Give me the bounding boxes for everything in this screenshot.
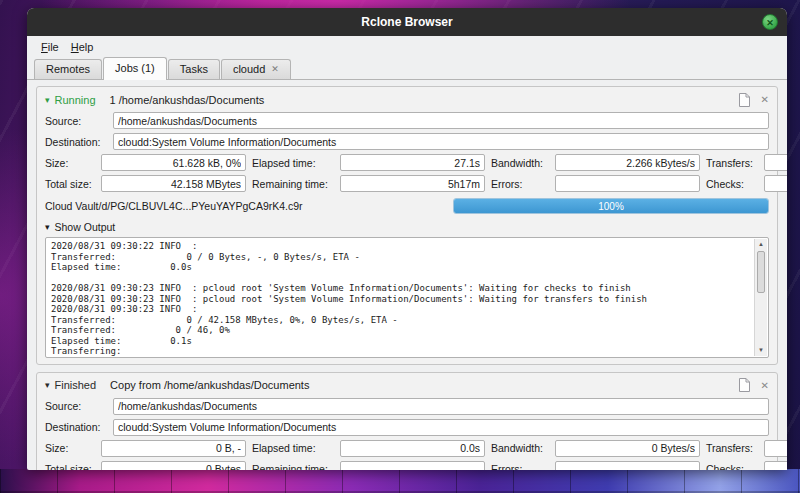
destination-label: Destination:	[45, 136, 107, 148]
size-label: Size:	[45, 442, 95, 454]
size-field[interactable]	[101, 154, 246, 171]
checks-field[interactable]	[764, 461, 787, 471]
log-text: 2020/08/31 09:30:22 INFO : Transferred: …	[46, 238, 768, 357]
remaining-label: Remaining time:	[252, 178, 334, 190]
errors-label: Errors:	[491, 178, 549, 190]
output-log: 2020/08/31 09:30:22 INFO : Transferred: …	[45, 237, 769, 358]
close-job-icon[interactable]: ✕	[761, 94, 769, 105]
scroll-up-icon[interactable]: ▲	[755, 239, 767, 250]
job-finished-title: Copy from /home/ankushdas/Documents	[110, 379, 309, 391]
checks-field[interactable]	[764, 175, 787, 192]
total-size-label: Total size:	[45, 178, 95, 190]
scrollbar-thumb[interactable]	[757, 251, 765, 293]
elapsed-label: Elapsed time:	[252, 442, 334, 454]
collapse-arrow-icon[interactable]: ▾	[45, 222, 50, 232]
tab-tasks-label: Tasks	[180, 63, 208, 75]
show-output-toggle[interactable]: ▾ Show Output	[45, 219, 769, 234]
close-tab-icon[interactable]: ✕	[271, 64, 279, 74]
job-running-header: ▾ Running 1 /home/ankushdas/Documents ✕	[45, 91, 769, 108]
transfers-field[interactable]	[764, 440, 787, 457]
collapse-arrow-icon[interactable]: ▾	[45, 380, 50, 390]
tab-cloudd[interactable]: cloudd ✕	[221, 59, 291, 79]
bandwidth-label: Bandwidth:	[491, 442, 549, 454]
tab-remotes[interactable]: Remotes	[34, 59, 102, 79]
checks-label: Checks:	[706, 463, 758, 470]
file-progress-row: Cloud Vault/d/PG/CLBUVL4C...PYeuYAYPgCA9…	[45, 197, 769, 214]
tab-jobs[interactable]: Jobs (1)	[103, 57, 167, 80]
bandwidth-field[interactable]	[555, 154, 700, 171]
size-label: Size:	[45, 157, 95, 169]
menu-help[interactable]: Help	[65, 39, 100, 55]
job-finished-group: ▾ Finished Copy from /home/ankushdas/Doc…	[36, 372, 778, 471]
progress-file-label: Cloud Vault/d/PG/CLBUVL4C...PYeuYAYPgCA9…	[45, 200, 445, 212]
show-output-label: Show Output	[55, 221, 116, 233]
bandwidth-field[interactable]	[555, 440, 700, 457]
menubar: File Help	[27, 36, 787, 57]
transfers-label: Transfers:	[706, 157, 758, 169]
checks-label: Checks:	[706, 178, 758, 190]
job-state-finished[interactable]: Finished	[55, 379, 97, 391]
jobs-panel: ▾ Running 1 /home/ankushdas/Documents ✕ …	[27, 80, 787, 470]
errors-field[interactable]	[555, 461, 700, 471]
total-size-field[interactable]	[101, 175, 246, 192]
window-title: Rclone Browser	[361, 15, 452, 29]
remaining-label: Remaining time:	[252, 463, 334, 470]
job-finished-header: ▾ Finished Copy from /home/ankushdas/Doc…	[45, 377, 769, 394]
destination-label: Destination:	[45, 421, 107, 433]
destination-field[interactable]	[113, 133, 769, 150]
job-state-running[interactable]: Running	[55, 94, 96, 106]
menu-file[interactable]: File	[35, 39, 65, 55]
job-running-group: ▾ Running 1 /home/ankushdas/Documents ✕ …	[36, 86, 778, 365]
remaining-field[interactable]	[340, 461, 485, 471]
log-scrollbar[interactable]: ▲ ▼	[754, 239, 767, 356]
scroll-down-icon[interactable]: ▼	[755, 345, 767, 356]
errors-label: Errors:	[491, 463, 549, 470]
size-field[interactable]	[101, 440, 246, 457]
tab-tasks[interactable]: Tasks	[168, 59, 220, 79]
page-icon[interactable]	[738, 93, 751, 107]
collapse-arrow-icon[interactable]: ▾	[45, 95, 50, 105]
source-field[interactable]	[113, 112, 769, 129]
tabbar: Remotes Jobs (1) Tasks cloudd ✕	[27, 57, 787, 80]
elapsed-label: Elapsed time:	[252, 157, 334, 169]
close-job-icon[interactable]: ✕	[761, 380, 769, 391]
total-size-label: Total size:	[45, 463, 95, 470]
tab-cloudd-label: cloudd	[233, 63, 265, 75]
errors-field[interactable]	[555, 175, 700, 192]
progress-fill: 100%	[454, 199, 768, 213]
rclone-browser-window: Rclone Browser ✕ File Help Remotes Jobs …	[27, 8, 787, 470]
source-field[interactable]	[113, 398, 769, 415]
window-close-icon[interactable]: ✕	[762, 14, 778, 30]
progress-bar: 100%	[453, 198, 769, 214]
destination-field[interactable]	[113, 419, 769, 436]
bandwidth-label: Bandwidth:	[491, 157, 549, 169]
total-size-field[interactable]	[101, 461, 246, 471]
tab-jobs-label: Jobs (1)	[115, 62, 155, 74]
titlebar[interactable]: Rclone Browser ✕	[27, 8, 787, 36]
desktop-floor	[0, 469, 800, 493]
transfers-field[interactable]	[764, 154, 787, 171]
page-icon[interactable]	[738, 378, 751, 392]
source-label: Source:	[45, 400, 107, 412]
elapsed-field[interactable]	[340, 440, 485, 457]
elapsed-field[interactable]	[340, 154, 485, 171]
source-label: Source:	[45, 115, 107, 127]
tab-remotes-label: Remotes	[46, 63, 90, 75]
job-running-title: 1 /home/ankushdas/Documents	[110, 94, 265, 106]
transfers-label: Transfers:	[706, 442, 758, 454]
remaining-field[interactable]	[340, 175, 485, 192]
